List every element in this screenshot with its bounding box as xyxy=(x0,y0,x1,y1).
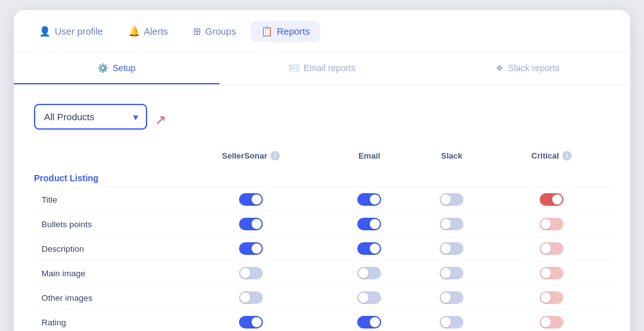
nav-label-groups: Groups xyxy=(205,26,236,36)
toggle-bullet-points-slack[interactable] xyxy=(411,212,493,237)
toggle-switch-other-images-slack[interactable] xyxy=(440,291,464,304)
nav-item-reports[interactable]: 📋Reports xyxy=(251,21,320,42)
toggle-other-images-slack[interactable] xyxy=(411,286,493,310)
col-header-critical: Criticali xyxy=(493,147,610,167)
toggle-switch-title-slack[interactable] xyxy=(440,193,464,206)
main-card: 👤User profile🔔Alerts⊞Groups📋Reports ⚙️Se… xyxy=(14,10,630,331)
nav-item-alerts[interactable]: 🔔Alerts xyxy=(118,21,178,42)
section-product-listing: Product Listing xyxy=(34,167,610,188)
row-header-empty xyxy=(34,147,174,167)
toggle-switch-other-images-email[interactable] xyxy=(357,291,381,304)
tab-label-email-reports: Email reports xyxy=(304,63,355,73)
section-label-product-listing: Product Listing xyxy=(34,167,610,188)
setup-tab-icon: ⚙️ xyxy=(97,63,108,73)
col-label-email: Email xyxy=(358,151,380,160)
row-label-description: Description xyxy=(34,237,174,261)
table-row-rating: Rating xyxy=(34,310,610,332)
table-header-row: SellerSonariEmailSlackCriticali xyxy=(34,147,610,167)
toggle-main-image-slack[interactable] xyxy=(411,261,493,286)
nav-label-alerts: Alerts xyxy=(144,26,168,36)
toggle-rating-slack[interactable] xyxy=(411,310,493,332)
sellersonar-info-icon[interactable]: i xyxy=(270,151,280,160)
main-content: All ProductsGroup 1Group 2 ▼ ↗ SellerSon… xyxy=(14,85,630,331)
tab-setup[interactable]: ⚙️Setup xyxy=(14,53,219,84)
toggle-switch-main-image-slack[interactable] xyxy=(440,267,464,279)
reports-icon: 📋 xyxy=(261,26,273,37)
toggle-switch-title-email[interactable] xyxy=(357,193,381,206)
top-nav: 👤User profile🔔Alerts⊞Groups📋Reports xyxy=(14,10,630,53)
tab-label-slack-reports: Slack reports xyxy=(508,63,560,73)
toggle-switch-title-sellersonar[interactable] xyxy=(239,193,263,206)
toggle-switch-bullet-points-email[interactable] xyxy=(357,218,381,230)
toggle-switch-bullet-points-slack[interactable] xyxy=(440,218,464,230)
tabs-bar: ⚙️Setup✉️Email reports❖Slack reports xyxy=(14,53,630,85)
col-label-slack: Slack xyxy=(441,151,462,160)
col-header-slack: Slack xyxy=(411,147,493,167)
toggle-switch-description-email[interactable] xyxy=(357,242,381,255)
toggle-other-images-sellersonar[interactable] xyxy=(174,286,328,310)
toggle-switch-other-images-critical[interactable] xyxy=(540,291,564,304)
toggle-rating-sellersonar[interactable] xyxy=(174,310,328,332)
alerts-icon: 🔔 xyxy=(128,26,140,37)
toggle-rating-critical[interactable] xyxy=(493,310,610,332)
toggle-switch-rating-critical[interactable] xyxy=(540,316,564,328)
toggle-main-image-sellersonar[interactable] xyxy=(174,261,328,286)
toggle-title-critical[interactable] xyxy=(493,188,610,212)
toggle-title-email[interactable] xyxy=(328,188,411,212)
toggle-switch-description-slack[interactable] xyxy=(440,242,464,255)
toggle-title-slack[interactable] xyxy=(411,188,493,212)
toggle-switch-description-sellersonar[interactable] xyxy=(239,242,263,255)
toggle-switch-main-image-sellersonar[interactable] xyxy=(239,267,263,279)
col-label-critical: Critical xyxy=(531,151,559,160)
toggle-switch-bullet-points-critical[interactable] xyxy=(540,218,564,230)
tab-email-reports[interactable]: ✉️Email reports xyxy=(219,53,425,84)
nav-label-reports: Reports xyxy=(277,26,310,36)
table-row-other-images: Other images xyxy=(34,286,610,310)
group-select[interactable]: All ProductsGroup 1Group 2 xyxy=(34,104,147,130)
toggle-switch-description-critical[interactable] xyxy=(540,242,564,255)
toggle-other-images-email[interactable] xyxy=(328,286,411,310)
cursor-click-icon: ↗ xyxy=(155,112,166,128)
group-select-wrapper: All ProductsGroup 1Group 2 ▼ ↗ xyxy=(34,104,147,130)
toggle-switch-main-image-critical[interactable] xyxy=(540,267,564,279)
toggle-rating-email[interactable] xyxy=(328,310,411,332)
nav-label-user-profile: User profile xyxy=(55,26,103,36)
toggle-switch-main-image-email[interactable] xyxy=(357,267,381,279)
toggle-bullet-points-sellersonar[interactable] xyxy=(174,212,328,237)
row-label-main-image: Main image xyxy=(34,261,174,286)
nav-item-user-profile[interactable]: 👤User profile xyxy=(29,21,113,42)
reports-table: SellerSonariEmailSlackCriticali Product … xyxy=(34,147,610,331)
toggle-switch-rating-email[interactable] xyxy=(357,316,381,328)
toggle-switch-other-images-sellersonar[interactable] xyxy=(239,291,263,304)
table-row-description: Description xyxy=(34,237,610,261)
col-label-sellersonar: SellerSonar xyxy=(222,151,267,160)
nav-item-groups[interactable]: ⊞Groups xyxy=(183,21,246,42)
slack-reports-tab-icon: ❖ xyxy=(496,63,504,73)
toggle-switch-rating-sellersonar[interactable] xyxy=(239,316,263,328)
row-label-bullet-points: Bullets points xyxy=(34,212,174,237)
toggle-main-image-critical[interactable] xyxy=(493,261,610,286)
toggle-switch-bullet-points-sellersonar[interactable] xyxy=(239,218,263,230)
tab-slack-reports[interactable]: ❖Slack reports xyxy=(425,53,630,84)
toggle-description-slack[interactable] xyxy=(411,237,493,261)
table-row-title: Title xyxy=(34,188,610,212)
email-reports-tab-icon: ✉️ xyxy=(289,63,299,73)
row-label-rating: Rating xyxy=(34,310,174,332)
toggle-other-images-critical[interactable] xyxy=(493,286,610,310)
toggle-description-critical[interactable] xyxy=(493,237,610,261)
col-header-sellersonar: SellerSonari xyxy=(174,147,328,167)
toggle-description-sellersonar[interactable] xyxy=(174,237,328,261)
row-label-other-images: Other images xyxy=(34,286,174,310)
toggle-main-image-email[interactable] xyxy=(328,261,411,286)
critical-info-icon[interactable]: i xyxy=(562,151,572,160)
col-header-email: Email xyxy=(328,147,411,167)
groups-icon: ⊞ xyxy=(193,26,201,37)
toggle-bullet-points-email[interactable] xyxy=(328,212,411,237)
row-label-title: Title xyxy=(34,188,174,212)
toggle-switch-title-critical[interactable] xyxy=(540,193,564,206)
user-profile-icon: 👤 xyxy=(39,26,51,37)
toggle-switch-rating-slack[interactable] xyxy=(440,316,464,328)
toggle-title-sellersonar[interactable] xyxy=(174,188,328,212)
toggle-bullet-points-critical[interactable] xyxy=(493,212,610,237)
toggle-description-email[interactable] xyxy=(328,237,411,261)
